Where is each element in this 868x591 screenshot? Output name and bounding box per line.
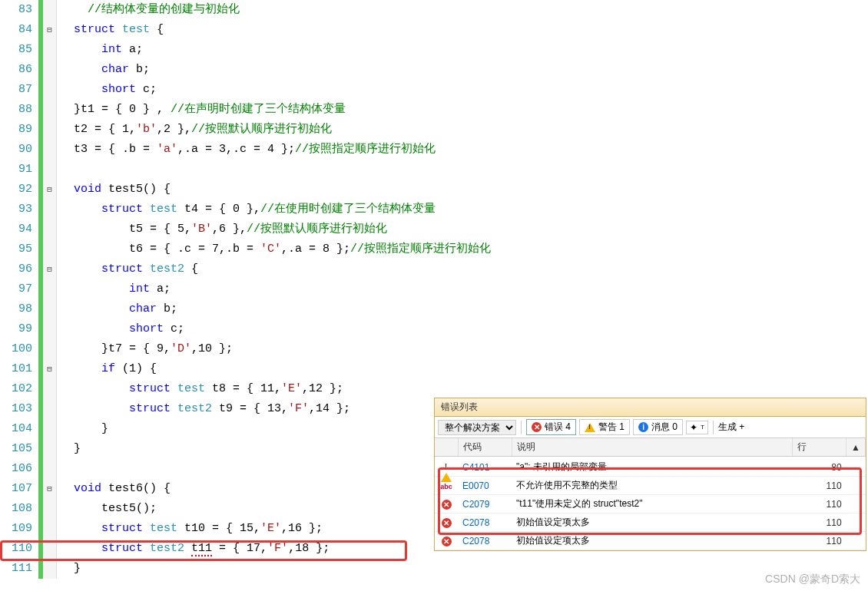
col-line[interactable]: 行 xyxy=(793,438,846,457)
code-text[interactable]: char b; xyxy=(57,299,177,319)
code-text[interactable]: struct test2 { xyxy=(57,259,198,279)
code-text[interactable]: void test5() { xyxy=(57,180,171,200)
filter-button[interactable]: ✦T xyxy=(686,421,708,434)
code-line[interactable]: 101⊟ if (1) { xyxy=(0,359,868,379)
code-text[interactable]: } xyxy=(57,439,81,459)
messages-filter[interactable]: i 消息 0 xyxy=(633,419,683,435)
error-code: C2078 xyxy=(458,513,512,532)
fold-gutter xyxy=(43,319,57,339)
line-number: 101 xyxy=(0,359,38,379)
error-code: C2078 xyxy=(458,532,512,550)
error-desc: 初始值设定项太多 xyxy=(512,513,793,532)
error-row[interactable]: ✕C2079"t11"使用未定义的 struct"test2"110 xyxy=(435,495,866,513)
code-text[interactable]: }t1 = { 0 } , //在声明时创建了三个结构体变量 xyxy=(57,100,346,120)
code-line[interactable]: 96⊟ struct test2 { xyxy=(0,259,868,279)
error-row[interactable]: abcE0070不允许使用不完整的类型110 xyxy=(435,477,866,495)
code-text[interactable]: } xyxy=(57,559,81,579)
fold-gutter xyxy=(43,220,57,239)
code-line[interactable]: 99 short c; xyxy=(0,319,868,339)
build-filter-label[interactable]: 生成 + xyxy=(718,421,744,434)
fold-gutter xyxy=(43,140,57,160)
fold-gutter[interactable]: ⊟ xyxy=(43,359,57,379)
code-line[interactable]: 102 struct test t8 = { 11,'E',12 }; xyxy=(0,379,868,399)
fold-gutter xyxy=(43,120,57,140)
error-list-toolbar: 整个解决方案 ✕ 错误 4 警告 1 i 消息 0 ✦T 生成 + xyxy=(435,417,866,438)
errors-filter[interactable]: ✕ 错误 4 xyxy=(526,419,576,435)
code-line[interactable]: 90 t3 = { .b = 'a',.a = 3,.c = 4 };//按照指… xyxy=(0,140,868,160)
fold-gutter xyxy=(43,459,57,479)
line-number: 85 xyxy=(0,40,38,60)
line-number: 99 xyxy=(0,319,38,339)
line-number: 88 xyxy=(0,100,38,120)
error-line: 110 xyxy=(793,477,846,495)
fold-gutter xyxy=(43,0,57,20)
code-line[interactable]: 111 } xyxy=(0,559,868,579)
code-line[interactable]: 95 t6 = { .c = 7,.b = 'C',.a = 8 };//按照指… xyxy=(0,239,868,259)
fold-gutter xyxy=(43,160,57,180)
code-text[interactable] xyxy=(57,459,60,479)
code-text[interactable]: struct test2 t9 = { 13,'F',14 }; xyxy=(57,399,350,419)
code-text[interactable]: if (1) { xyxy=(57,359,157,379)
code-text[interactable]: struct test t10 = { 15,'E',16 }; xyxy=(57,519,323,539)
error-row[interactable]: ✕C2078初始值设定项太多110 xyxy=(435,513,866,532)
fold-gutter xyxy=(43,439,57,459)
error-row[interactable]: C4101"a": 未引用的局部变量80 xyxy=(435,457,866,477)
code-text[interactable]: struct test { xyxy=(57,20,164,40)
fold-gutter[interactable]: ⊟ xyxy=(43,180,57,200)
warnings-filter[interactable]: 警告 1 xyxy=(579,419,630,435)
code-line[interactable]: 92⊟ void test5() { xyxy=(0,180,868,200)
code-text[interactable]: int a; xyxy=(57,279,171,299)
code-text[interactable]: short c; xyxy=(57,319,184,339)
code-line[interactable]: 97 int a; xyxy=(0,279,868,299)
warnings-count: 警告 1 xyxy=(598,421,624,434)
code-text[interactable]: t6 = { .c = 7,.b = 'C',.a = 8 };//按照指定顺序… xyxy=(57,239,491,259)
code-text[interactable]: char b; xyxy=(57,60,150,80)
col-code[interactable]: 代码 xyxy=(458,438,512,457)
code-line[interactable]: 88 }t1 = { 0 } , //在声明时创建了三个结构体变量 xyxy=(0,100,868,120)
code-text[interactable]: struct test2 t11 = { 17,'F',18 }; xyxy=(57,539,330,559)
code-line[interactable]: 86 char b; xyxy=(0,60,868,80)
code-line[interactable]: 100 }t7 = { 9,'D',10 }; xyxy=(0,339,868,359)
code-text[interactable]: void test6() { xyxy=(57,479,171,499)
code-line[interactable]: 84⊟ struct test { xyxy=(0,20,868,40)
code-text[interactable]: struct test t4 = { 0 },//在使用时创建了三个结构体变量 xyxy=(57,200,436,220)
code-text[interactable]: t3 = { .b = 'a',.a = 3,.c = 4 };//按照指定顺序… xyxy=(57,140,436,160)
code-line[interactable]: 89 t2 = { 1,'b',2 },//按照默认顺序进行初始化 xyxy=(0,120,868,140)
fold-gutter xyxy=(43,399,57,419)
code-text[interactable]: int a; xyxy=(57,40,143,60)
line-number: 102 xyxy=(0,379,38,399)
line-number: 90 xyxy=(0,140,38,160)
error-desc: 不允许使用不完整的类型 xyxy=(512,477,793,495)
fold-gutter xyxy=(43,100,57,120)
code-line[interactable]: 83 //结构体变量的创建与初始化 xyxy=(0,0,868,20)
fold-gutter[interactable]: ⊟ xyxy=(43,479,57,499)
abc-icon: abc xyxy=(440,483,452,490)
code-text[interactable]: t5 = { 5,'B',6 },//按照默认顺序进行初始化 xyxy=(57,220,387,239)
code-text[interactable]: //结构体变量的创建与初始化 xyxy=(57,0,240,20)
code-text[interactable]: struct test t8 = { 11,'E',12 }; xyxy=(57,379,343,399)
line-number: 106 xyxy=(0,459,38,479)
line-number: 97 xyxy=(0,279,38,299)
code-line[interactable]: 98 char b; xyxy=(0,299,868,319)
code-text[interactable] xyxy=(57,160,60,180)
messages-count: 消息 0 xyxy=(651,421,678,434)
code-text[interactable]: }t7 = { 9,'D',10 }; xyxy=(57,339,233,359)
code-text[interactable]: } xyxy=(57,419,108,439)
fold-gutter xyxy=(43,40,57,60)
fold-gutter[interactable]: ⊟ xyxy=(43,259,57,279)
code-text[interactable]: t2 = { 1,'b',2 },//按照默认顺序进行初始化 xyxy=(57,120,332,140)
code-line[interactable]: 87 short c; xyxy=(0,80,868,100)
scope-select[interactable]: 整个解决方案 xyxy=(438,420,516,435)
error-row[interactable]: ✕C2078初始值设定项太多110 xyxy=(435,532,866,550)
code-text[interactable]: test5(); xyxy=(57,499,157,519)
error-line: 110 xyxy=(793,532,846,550)
error-code: C2079 xyxy=(458,495,512,513)
code-line[interactable]: 85 int a; xyxy=(0,40,868,60)
fold-gutter[interactable]: ⊟ xyxy=(43,20,57,40)
col-desc[interactable]: 说明 xyxy=(512,438,793,457)
code-line[interactable]: 93 struct test t4 = { 0 },//在使用时创建了三个结构体… xyxy=(0,200,868,220)
code-line[interactable]: 94 t5 = { 5,'B',6 },//按照默认顺序进行初始化 xyxy=(0,220,868,239)
code-text[interactable]: short c; xyxy=(57,80,157,100)
code-line[interactable]: 91 xyxy=(0,160,868,180)
error-line: 110 xyxy=(793,513,846,532)
